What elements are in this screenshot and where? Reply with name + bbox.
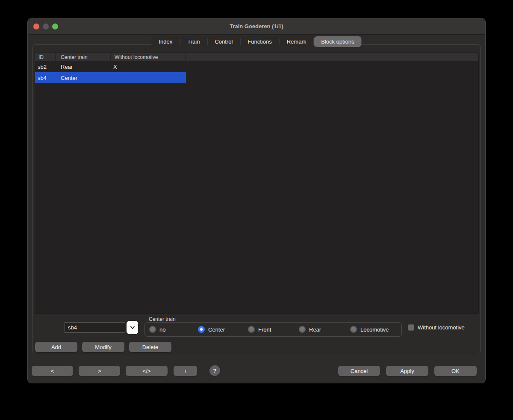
- cell-id: sb2: [35, 64, 56, 70]
- center-train-radio-group: no Center Front Rear Locomotive: [144, 322, 402, 337]
- radio-no[interactable]: no: [149, 323, 165, 336]
- tab-remark[interactable]: Remark: [280, 36, 314, 47]
- add-record-button[interactable]: +: [174, 366, 197, 376]
- chevron-down-icon: [130, 326, 135, 329]
- cell-id: sb4: [35, 75, 56, 81]
- ok-button[interactable]: OK: [434, 366, 477, 376]
- radio-locomotive-icon: [350, 326, 357, 333]
- column-header-filler: [186, 53, 478, 61]
- cell-center-train: Rear: [56, 64, 111, 70]
- code-view-button[interactable]: </>: [126, 366, 168, 376]
- tab-functions[interactable]: Functions: [240, 36, 279, 47]
- radio-rear[interactable]: Rear: [299, 323, 321, 336]
- radio-front-label: Front: [258, 326, 271, 333]
- checkbox-icon: [408, 324, 414, 331]
- window-title: Train Goederen (1/1): [28, 18, 485, 35]
- modify-button[interactable]: Modify: [82, 342, 124, 352]
- radio-locomotive-label: Locomotive: [360, 326, 389, 333]
- delete-button[interactable]: Delete: [129, 342, 171, 352]
- add-button[interactable]: Add: [35, 342, 77, 352]
- radio-center-label: Center: [208, 326, 225, 333]
- radio-center-icon: [198, 326, 205, 333]
- column-header-without-locomotive[interactable]: Without locomotive: [111, 53, 186, 61]
- titlebar: Train Goederen (1/1): [28, 18, 485, 35]
- column-header-center-train[interactable]: Center train: [56, 53, 111, 61]
- dialog-window: Train Goederen (1/1) Index Train Control…: [27, 18, 486, 383]
- cell-without-locomotive: X: [111, 64, 186, 70]
- next-record-button[interactable]: >: [79, 366, 120, 376]
- radio-locomotive[interactable]: Locomotive: [350, 323, 389, 336]
- radio-front[interactable]: Front: [248, 323, 271, 336]
- tab-index[interactable]: Index: [151, 36, 180, 47]
- blocks-table: ID Center train Without locomotive sb2 R…: [35, 53, 479, 314]
- apply-button[interactable]: Apply: [386, 366, 428, 376]
- table-header: ID Center train Without locomotive: [35, 53, 478, 61]
- radio-no-icon: [149, 326, 156, 333]
- tab-bar: Index Train Control Functions Remark Blo…: [151, 36, 361, 47]
- table-row[interactable]: sb2 Rear X: [35, 61, 478, 72]
- without-locomotive-checkbox[interactable]: Without locomotive: [408, 323, 465, 332]
- radio-center[interactable]: Center: [198, 323, 225, 336]
- without-locomotive-label: Without locomotive: [418, 324, 465, 331]
- radio-no-label: no: [159, 326, 165, 333]
- tab-block-options[interactable]: Block options: [314, 36, 361, 47]
- radio-front-icon: [248, 326, 255, 333]
- block-dropdown-button[interactable]: [127, 321, 138, 334]
- help-button[interactable]: ?: [209, 365, 220, 376]
- previous-record-button[interactable]: <: [32, 366, 73, 376]
- radio-rear-icon: [299, 326, 306, 333]
- radio-rear-label: Rear: [309, 326, 321, 333]
- cancel-button[interactable]: Cancel: [338, 366, 380, 376]
- cell-center-train: Center: [56, 75, 111, 81]
- center-train-group-label: Center train: [149, 316, 176, 322]
- column-header-id[interactable]: ID: [35, 53, 56, 61]
- table-row[interactable]: sb4 Center: [35, 72, 478, 83]
- tab-control[interactable]: Control: [207, 36, 240, 47]
- tab-train[interactable]: Train: [180, 36, 207, 47]
- block-input[interactable]: [65, 322, 125, 333]
